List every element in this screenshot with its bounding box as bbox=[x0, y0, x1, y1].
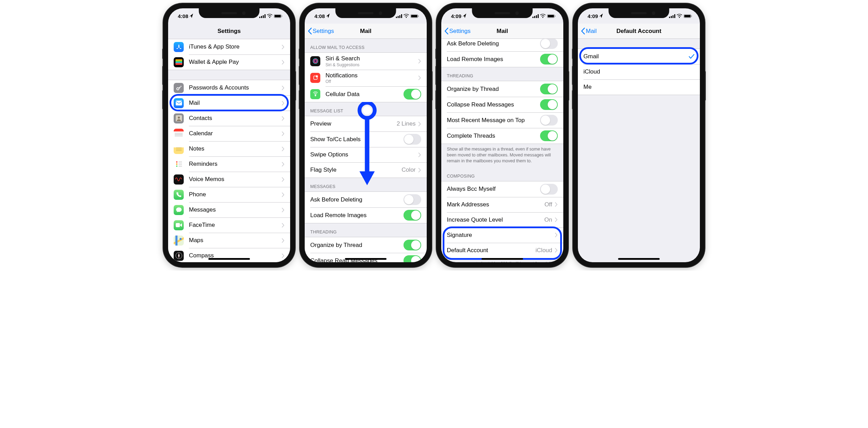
collapse-toggle[interactable] bbox=[403, 255, 421, 262]
row-passwords[interactable]: Passwords & Accounts bbox=[168, 80, 290, 95]
recent-toggle[interactable] bbox=[540, 115, 558, 126]
collapse-toggle[interactable] bbox=[540, 99, 558, 110]
organize-toggle[interactable] bbox=[403, 240, 421, 250]
appstore-icon bbox=[174, 42, 184, 52]
svg-rect-5 bbox=[275, 15, 281, 17]
row-account-icloud[interactable]: iCloud bbox=[578, 64, 700, 79]
back-button[interactable]: Settings bbox=[444, 27, 470, 35]
remote-toggle[interactable] bbox=[403, 210, 421, 221]
row-label: Ask Before Deleting bbox=[310, 196, 403, 203]
row-itunes[interactable]: iTunes & App Store bbox=[168, 39, 290, 54]
svg-point-50 bbox=[315, 95, 316, 96]
complete-toggle[interactable] bbox=[540, 130, 558, 141]
row-collapse[interactable]: Collapse Read Messages bbox=[305, 253, 427, 262]
row-swipe[interactable]: Swipe Options bbox=[305, 147, 427, 162]
row-reminders[interactable]: Reminders bbox=[168, 156, 290, 172]
svg-point-22 bbox=[176, 161, 177, 163]
row-label: Wallet & Apple Pay bbox=[189, 59, 282, 66]
home-indicator[interactable] bbox=[208, 258, 250, 260]
row-askdel[interactable]: Ask Before Deleting bbox=[441, 39, 563, 51]
row-notes[interactable]: Notes bbox=[168, 141, 290, 156]
home-indicator[interactable] bbox=[618, 258, 660, 260]
wifi-icon bbox=[540, 14, 546, 18]
row-account-gmail[interactable]: Gmail bbox=[578, 49, 700, 64]
row-contacts[interactable]: Contacts bbox=[168, 111, 290, 126]
home-indicator[interactable] bbox=[481, 258, 523, 260]
svg-rect-57 bbox=[538, 14, 539, 18]
svg-rect-59 bbox=[548, 15, 554, 17]
row-phone[interactable]: Phone bbox=[168, 187, 290, 202]
row-label: Gmail bbox=[583, 53, 689, 60]
row-label: Passwords & Accounts bbox=[189, 84, 282, 91]
svg-rect-61 bbox=[669, 17, 670, 18]
remote-toggle[interactable] bbox=[540, 54, 558, 65]
back-button[interactable]: Settings bbox=[307, 27, 334, 35]
row-voicememos[interactable]: Voice Memos bbox=[168, 172, 290, 187]
row-organize[interactable]: Organize by Thread bbox=[441, 81, 563, 97]
row-label: Mark Addresses bbox=[447, 201, 545, 208]
row-facetime[interactable]: FaceTime bbox=[168, 217, 290, 233]
bcc-toggle[interactable] bbox=[540, 184, 558, 195]
signal-icon bbox=[532, 14, 539, 18]
row-maps[interactable]: Maps bbox=[168, 233, 290, 248]
wallet-icon bbox=[174, 57, 184, 67]
battery-icon bbox=[410, 14, 419, 18]
row-label: Collapse Read Messages bbox=[447, 101, 540, 108]
row-collapse[interactable]: Collapse Read Messages bbox=[441, 97, 563, 112]
row-cellular[interactable]: Cellular Data bbox=[305, 86, 427, 102]
row-detail: Off bbox=[545, 201, 552, 208]
row-organize[interactable]: Organize by Thread bbox=[305, 237, 427, 253]
cellular-toggle[interactable] bbox=[403, 89, 421, 100]
row-mail[interactable]: Mail bbox=[168, 95, 290, 111]
wifi-icon bbox=[267, 14, 272, 18]
status-time: 4:09 bbox=[451, 13, 461, 19]
row-label: Swipe Options bbox=[310, 151, 418, 158]
row-messages[interactable]: Messages bbox=[168, 202, 290, 217]
row-siri[interactable]: Siri & SearchSiri & Suggestions bbox=[305, 53, 427, 70]
home-indicator[interactable] bbox=[345, 258, 387, 260]
row-recent[interactable]: Most Recent Message on Top bbox=[441, 112, 563, 128]
row-quote[interactable]: Increase Quote LevelOn bbox=[441, 212, 563, 228]
row-label: Ask Before Deleting bbox=[447, 40, 540, 47]
row-label: Complete Threads bbox=[447, 132, 540, 139]
row-wallet[interactable]: Wallet & Apple Pay bbox=[168, 54, 290, 70]
row-remote[interactable]: Load Remote Images bbox=[305, 207, 427, 223]
chevron-right-icon bbox=[418, 168, 421, 172]
askdel-toggle[interactable] bbox=[540, 39, 558, 49]
row-account-me[interactable]: Me bbox=[578, 79, 700, 95]
row-compass[interactable]: Compass bbox=[168, 248, 290, 262]
row-detail: 2 Lines bbox=[397, 120, 416, 127]
row-preview[interactable]: Preview2 Lines bbox=[305, 116, 427, 131]
chevron-right-icon bbox=[282, 60, 285, 65]
svg-rect-56 bbox=[536, 15, 537, 18]
row-label: Signature bbox=[447, 232, 555, 239]
row-flag[interactable]: Flag StyleColor bbox=[305, 162, 427, 178]
svg-rect-12 bbox=[176, 101, 182, 105]
row-signature[interactable]: Signature bbox=[441, 228, 563, 243]
row-label: iTunes & App Store bbox=[189, 43, 282, 50]
row-sublabel: Siri & Suggestions bbox=[326, 62, 418, 67]
row-bcc[interactable]: Always Bcc Myself bbox=[441, 181, 563, 197]
row-label: Organize by Thread bbox=[310, 242, 403, 249]
back-button[interactable]: Mail bbox=[581, 27, 597, 35]
svg-rect-1 bbox=[261, 16, 262, 18]
chevron-right-icon bbox=[282, 86, 285, 90]
row-tocc[interactable]: Show To/Cc Labels bbox=[305, 131, 427, 147]
row-markaddr[interactable]: Mark AddressesOff bbox=[441, 197, 563, 212]
askdel-toggle[interactable] bbox=[403, 194, 421, 205]
chevron-right-icon bbox=[282, 254, 285, 258]
row-label: Load Remote Images bbox=[447, 56, 540, 63]
row-askdel[interactable]: Ask Before Deleting bbox=[305, 192, 427, 207]
svg-rect-17 bbox=[175, 134, 183, 135]
cell-icon bbox=[310, 89, 320, 99]
organize-toggle[interactable] bbox=[540, 84, 558, 94]
row-complete[interactable]: Complete Threads bbox=[441, 128, 563, 144]
row-calendar[interactable]: Calendar bbox=[168, 126, 290, 141]
row-notifications[interactable]: NotificationsOff bbox=[305, 70, 427, 87]
svg-point-47 bbox=[314, 60, 316, 62]
location-icon bbox=[462, 13, 466, 19]
maps-icon bbox=[174, 236, 184, 246]
row-remote[interactable]: Load Remote Images bbox=[441, 51, 563, 67]
row-default[interactable]: Default AccountiCloud bbox=[441, 243, 563, 258]
tocc-toggle[interactable] bbox=[403, 134, 421, 145]
